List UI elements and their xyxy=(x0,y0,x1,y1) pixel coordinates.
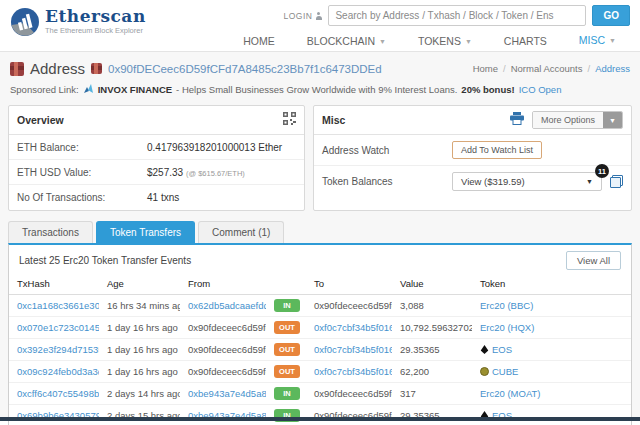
table-row: 0x09c924feb0d3a3d...1 day 16 hrs ago0x90… xyxy=(9,361,631,383)
value-cell: 3,088 xyxy=(392,295,472,317)
table-row: 0x070e1c723c0145...1 day 16 hrs ago0x90f… xyxy=(9,317,631,339)
col-txhash: TxHash xyxy=(9,274,99,295)
token-link[interactable]: Erc20 (BBC) xyxy=(480,300,533,311)
eth-balance-value: 0.417963918201000013 Ether xyxy=(147,142,282,153)
token-link[interactable]: CUBE xyxy=(492,366,518,377)
from-address: 0x90fdeceec6d59fcf... xyxy=(188,366,266,377)
page-title: Address xyxy=(30,60,85,77)
token-balances-row: Token Balances View ($319.59) ▼ 11 xyxy=(314,166,631,197)
tab-comment[interactable]: Comment (1) xyxy=(198,221,284,243)
direction-cell: OUT xyxy=(266,361,306,383)
token-link[interactable]: EOS xyxy=(492,344,512,355)
direction-cell: IN xyxy=(266,405,306,425)
address-hash[interactable]: 0x90fDECeec6D59fCFd7A8485c23Bb7f1c6473DD… xyxy=(108,63,382,75)
value-cell: 10,792.5963270268 xyxy=(392,317,472,339)
sponsored-ico-open-link[interactable]: ICO Open xyxy=(519,84,562,95)
direction-cell: OUT xyxy=(266,317,306,339)
to-cell: 0xf0c7cbf34b5f0163... xyxy=(306,361,392,383)
transfers-table-body: 0xc1a168c3661e30f...16 hrs 34 mins ago0x… xyxy=(9,295,631,425)
chevron-down-icon: ▼ xyxy=(609,37,616,44)
tab-bar: Transactions Token Transfers Comment (1) xyxy=(8,221,632,243)
token-cell: Erc20 (MOAT) xyxy=(472,383,631,405)
nav-item-tokens[interactable]: TOKENS ▼ xyxy=(404,31,486,53)
breadcrumb-home[interactable]: Home xyxy=(473,63,498,74)
qr-code-icon[interactable] xyxy=(283,111,296,129)
to-address-link[interactable]: 0xf0c7cbf34b5f0163... xyxy=(314,366,392,377)
sponsored-banner: Sponsored Link: INVOX FINANCE - Helps Sm… xyxy=(0,80,640,103)
from-address-link[interactable]: 0xbe943a7e4d5a81... xyxy=(188,388,266,399)
tab-transactions[interactable]: Transactions xyxy=(8,221,93,243)
age-cell: 16 hrs 34 mins ago xyxy=(99,295,180,317)
token-link[interactable]: Erc20 (MOAT) xyxy=(480,388,541,399)
direction-cell: IN xyxy=(266,295,306,317)
eos-icon xyxy=(480,345,489,354)
printer-icon[interactable] xyxy=(510,111,524,129)
col-to: To xyxy=(306,274,392,295)
txhash-cell: 0xcff6c407c55498b... xyxy=(9,383,99,405)
address-watch-row: Address Watch Add To Watch List xyxy=(314,135,631,166)
tx-count-value: 41 txns xyxy=(147,192,179,203)
nav-item-blockchain[interactable]: BLOCKCHAIN ▼ xyxy=(293,31,400,53)
etherscan-logo[interactable]: Etherscan The Ethereum Block Explorer xyxy=(10,5,146,51)
col-dir xyxy=(266,274,306,295)
out-badge: OUT xyxy=(274,365,300,378)
search-go-button[interactable]: GO xyxy=(592,5,630,26)
table-row: 0xc1a168c3661e30f...16 hrs 34 mins ago0x… xyxy=(9,295,631,317)
token-count-badge: 11 xyxy=(595,164,609,178)
in-badge: IN xyxy=(274,299,300,312)
txhash-link[interactable]: 0x09c924feb0d3a3d... xyxy=(17,366,99,377)
age-cell: 1 day 16 hrs ago xyxy=(99,361,180,383)
expand-icon[interactable] xyxy=(610,175,623,188)
to-cell: 0x90fdeceec6d59fcf... xyxy=(306,383,392,405)
table-row: 0x69b9b6e3430579...2 days 15 hrs ago0xbe… xyxy=(9,405,631,425)
eth-balance-label: ETH Balance: xyxy=(17,142,147,153)
txhash-link[interactable]: 0xc1a168c3661e30f... xyxy=(17,300,99,311)
value-cell: 62,200 xyxy=(392,361,472,383)
nav-item-home[interactable]: HOME xyxy=(229,31,289,53)
eth-usd-value: $257.33 xyxy=(147,167,183,178)
from-cell: 0xbe943a7e4d5a81... xyxy=(180,383,266,405)
add-to-watch-list-button[interactable]: Add To Watch List xyxy=(452,141,542,159)
from-address-link[interactable]: 0x62db5adcaaefdd9... xyxy=(188,300,266,311)
logo-name: Etherscan xyxy=(45,7,146,25)
txhash-link[interactable]: 0xcff6c407c55498b... xyxy=(17,388,99,399)
to-cell: 0xf0c7cbf34b5f0163... xyxy=(306,339,392,361)
address-identicon-small xyxy=(91,63,102,74)
transfers-heading: Latest 25 Erc20 Token Transfer Events xyxy=(19,255,191,266)
from-cell: 0x90fdeceec6d59fcf... xyxy=(180,317,266,339)
from-address: 0x90fdeceec6d59fcf... xyxy=(188,322,266,333)
txhash-link[interactable]: 0x070e1c723c0145... xyxy=(17,322,99,333)
breadcrumb: Home / Normal Accounts / Address xyxy=(473,63,630,74)
view-all-button[interactable]: View All xyxy=(566,251,621,270)
table-row: 0x392e3f294d71535...1 day 16 hrs ago0x90… xyxy=(9,339,631,361)
tx-count-row: No Of Transactions: 41 txns xyxy=(9,185,304,210)
token-link[interactable]: Erc20 (HQX) xyxy=(480,322,534,333)
nav-item-charts[interactable]: CHARTS xyxy=(490,31,561,53)
token-balances-dropdown[interactable]: View ($319.59) ▼ xyxy=(452,172,602,191)
value-cell: 317 xyxy=(392,383,472,405)
login-label: LOGIN xyxy=(283,11,312,21)
login-link[interactable]: LOGIN xyxy=(283,11,322,21)
search-input[interactable] xyxy=(328,5,586,26)
more-options-button[interactable]: More Options ▼ xyxy=(532,111,623,129)
age-cell: 1 day 16 hrs ago xyxy=(99,317,180,339)
transfers-table: TxHash Age From To Value Token 0xc1a168c… xyxy=(9,274,631,425)
chevron-down-icon: ▼ xyxy=(465,38,472,45)
nav-item-misc[interactable]: MISC ▼ xyxy=(565,30,630,54)
age-cell: 1 day 16 hrs ago xyxy=(99,339,180,361)
to-address-link[interactable]: 0xf0c7cbf34b5f0163... xyxy=(314,344,392,355)
tab-token-transfers[interactable]: Token Transfers xyxy=(96,221,195,243)
page-body: Address 0x90fDECeec6D59fCFd7A8485c23Bb7f… xyxy=(0,52,640,421)
col-age: Age xyxy=(99,274,180,295)
sponsored-advertiser[interactable]: INVOX FINANCE xyxy=(98,84,172,95)
from-cell: 0x90fdeceec6d59fcf... xyxy=(180,361,266,383)
txhash-link[interactable]: 0x392e3f294d71535... xyxy=(17,344,99,355)
to-address-link[interactable]: 0xf0c7cbf34b5f0163... xyxy=(314,322,392,333)
top-header: Etherscan The Ethereum Block Explorer LO… xyxy=(0,0,640,52)
breadcrumb-normal-accounts[interactable]: Normal Accounts xyxy=(511,63,583,74)
col-from: From xyxy=(180,274,266,295)
sponsored-highlight: 20% bonus! xyxy=(461,84,514,95)
person-icon xyxy=(315,12,322,20)
out-badge: OUT xyxy=(274,343,300,356)
direction-cell: IN xyxy=(266,383,306,405)
